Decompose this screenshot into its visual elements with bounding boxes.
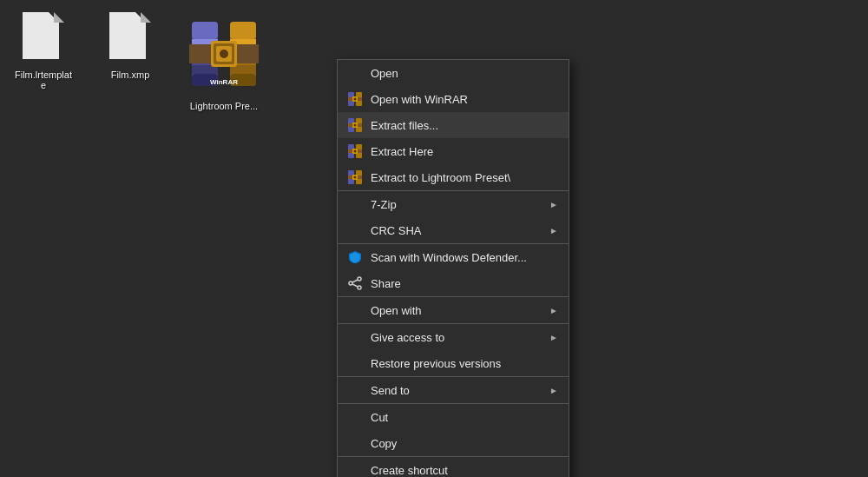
- open-label: Open: [371, 67, 558, 80]
- icon-lightroom-preset[interactable]: WinRAR Lightroom Pre...: [182, 9, 266, 115]
- share-label: Share: [371, 277, 558, 290]
- svg-rect-9: [230, 22, 256, 39]
- context-menu: Open Open with WinRAR: [337, 59, 569, 477]
- file-icon-xmp: [109, 12, 151, 64]
- copy-label: Copy: [371, 437, 558, 450]
- svg-point-43: [358, 286, 361, 289]
- open-with-icon: [346, 301, 364, 319]
- svg-text:WinRAR: WinRAR: [210, 78, 238, 86]
- winrar-small-icon: [346, 90, 364, 108]
- menu-item-7zip[interactable]: 7-Zip ►: [338, 191, 569, 217]
- give-access-icon: [346, 328, 364, 346]
- svg-line-45: [352, 284, 358, 287]
- file-icon-lrtemplate: [23, 12, 64, 64]
- menu-section-sendto: Send to ►: [338, 377, 569, 404]
- copy-icon: [346, 434, 364, 452]
- 7zip-icon: [346, 195, 364, 213]
- file-body: [23, 12, 59, 59]
- menu-item-send-to[interactable]: Send to ►: [338, 377, 569, 403]
- create-shortcut-label: Create shortcut: [371, 464, 558, 477]
- winrar-svg-icon: WinRAR: [185, 15, 263, 93]
- menu-item-give-access[interactable]: Give access to ►: [338, 324, 569, 350]
- menu-section-scan: Scan with Windows Defender... Share: [338, 244, 569, 297]
- menu-item-restore-versions[interactable]: Restore previous versions: [338, 350, 569, 376]
- menu-item-create-shortcut[interactable]: Create shortcut: [338, 457, 569, 477]
- open-winrar-label: Open with WinRAR: [371, 93, 558, 106]
- menu-item-extract-files[interactable]: Extract files...: [338, 112, 569, 138]
- menu-section-openwith: Open with ►: [338, 297, 569, 324]
- menu-item-cut[interactable]: Cut: [338, 404, 569, 430]
- menu-item-open-with[interactable]: Open with ►: [338, 297, 569, 323]
- open-icon: [346, 64, 364, 82]
- svg-point-41: [358, 277, 361, 281]
- menu-section-access: Give access to ► Restore previous versio…: [338, 324, 569, 377]
- svg-point-35: [354, 150, 357, 153]
- 7zip-label: 7-Zip: [371, 198, 546, 211]
- give-access-arrow: ►: [549, 333, 558, 342]
- desktop: Film.lrtemplate Film.xmp: [0, 0, 868, 477]
- icon-label-winrar: Lightroom Pre...: [190, 101, 258, 111]
- extract-here-label: Extract Here: [371, 145, 558, 158]
- svg-point-19: [220, 50, 228, 58]
- cut-icon: [346, 408, 364, 426]
- file-fold-xmp: [141, 12, 151, 23]
- svg-point-42: [349, 282, 352, 285]
- send-to-icon: [346, 381, 364, 399]
- icon-film-xmp[interactable]: Film.xmp: [95, 9, 165, 83]
- menu-item-extract-to[interactable]: Extract to Lightroom Preset\: [338, 164, 569, 190]
- menu-section-open: Open Open with WinRAR: [338, 60, 569, 191]
- menu-section-7zip: 7-Zip ► CRC SHA ►: [338, 191, 569, 244]
- open-with-label: Open with: [371, 304, 546, 317]
- extract-files-icon: [346, 116, 364, 134]
- cut-label: Cut: [371, 411, 558, 424]
- menu-item-open[interactable]: Open: [338, 60, 569, 86]
- menu-item-share[interactable]: Share: [338, 270, 569, 296]
- crc-sha-arrow: ►: [549, 226, 558, 235]
- restore-versions-icon: [346, 354, 364, 372]
- icon-film-lrtemplate[interactable]: Film.lrtemplate: [9, 9, 78, 94]
- menu-item-open-winrar[interactable]: Open with WinRAR: [338, 86, 569, 112]
- winrar-desktop-icon: WinRAR: [182, 12, 266, 96]
- menu-item-crc-sha[interactable]: CRC SHA ►: [338, 217, 569, 243]
- crc-sha-label: CRC SHA: [371, 224, 546, 237]
- extract-here-icon: [346, 142, 364, 160]
- svg-line-44: [352, 280, 358, 282]
- menu-item-extract-here[interactable]: Extract Here: [338, 138, 569, 164]
- file-fold: [54, 12, 64, 23]
- svg-point-30: [354, 124, 357, 127]
- extract-to-icon: [346, 169, 364, 186]
- svg-point-25: [354, 98, 357, 101]
- send-to-arrow: ►: [549, 386, 558, 395]
- send-to-label: Send to: [371, 384, 546, 397]
- menu-section-manage: Create shortcut Delete Rename: [338, 457, 569, 477]
- 7zip-arrow: ►: [549, 200, 558, 209]
- create-shortcut-icon: [346, 461, 364, 477]
- menu-item-copy[interactable]: Copy: [338, 430, 569, 456]
- restore-versions-label: Restore previous versions: [371, 357, 558, 370]
- icon-label-xmp: Film.xmp: [111, 70, 150, 80]
- extract-files-label: Extract files...: [371, 119, 558, 132]
- scan-label: Scan with Windows Defender...: [371, 251, 558, 264]
- menu-section-clipboard: Cut Copy: [338, 404, 569, 457]
- icon-label-lrtemplate: Film.lrtemplate: [12, 70, 75, 90]
- crc-sha-icon: [346, 222, 364, 239]
- defender-shield-icon: [346, 248, 364, 266]
- file-body-xmp: [109, 12, 146, 59]
- open-with-arrow: ►: [549, 306, 558, 315]
- menu-item-scan[interactable]: Scan with Windows Defender...: [338, 244, 569, 270]
- extract-to-label: Extract to Lightroom Preset\: [371, 171, 558, 184]
- svg-rect-2: [192, 22, 218, 39]
- give-access-label: Give access to: [371, 331, 546, 344]
- share-icon: [346, 275, 364, 292]
- svg-point-40: [354, 176, 357, 179]
